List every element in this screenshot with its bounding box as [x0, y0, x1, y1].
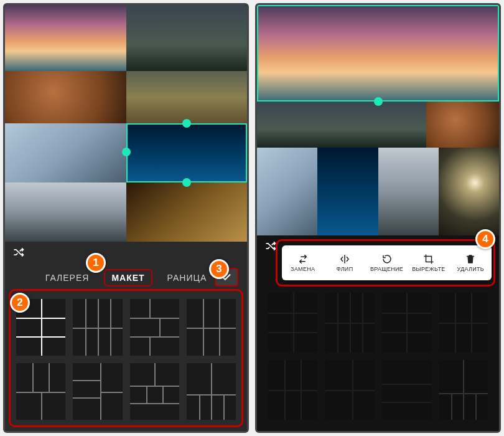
- collage-cell[interactable]: [257, 102, 426, 148]
- collage-cell[interactable]: [5, 71, 126, 123]
- layout-option[interactable]: [130, 363, 179, 420]
- collage-cell[interactable]: [5, 182, 126, 242]
- selection-handle[interactable]: [182, 119, 191, 128]
- collage-canvas[interactable]: [257, 5, 499, 235]
- layout-option[interactable]: [16, 363, 65, 420]
- shuffle-icon[interactable]: [264, 240, 277, 255]
- tab-layout[interactable]: МАКЕТ: [104, 269, 152, 287]
- context-toolbar: ЗАМЕНА ФЛИП ВРАЩЕНИЕ ВЫРЕЖЬТЕ УДАЛИТЬ: [282, 245, 492, 280]
- collage-cell[interactable]: [5, 123, 126, 182]
- ctx-label: ВРАЩЕНИЕ: [370, 266, 403, 272]
- layout-grid: [5, 290, 247, 431]
- collage-cell[interactable]: [126, 71, 248, 123]
- collage-cell[interactable]: [439, 148, 499, 235]
- collage-cell[interactable]: [126, 5, 248, 71]
- tab-border[interactable]: РАНИЦА: [165, 269, 210, 287]
- ctx-crop[interactable]: ВЫРЕЖЬТЕ: [408, 245, 449, 280]
- layout-option[interactable]: [130, 299, 179, 356]
- selection-handle[interactable]: [182, 178, 191, 187]
- screenshot-left: ГАЛЕРЕЯ МАКЕТ РАНИЦА: [3, 3, 249, 433]
- collage-cell[interactable]: [5, 5, 126, 71]
- collage-canvas[interactable]: [5, 5, 247, 242]
- annotation-badge-3: 3: [209, 259, 229, 279]
- layout-option[interactable]: [73, 363, 122, 420]
- collage-cell[interactable]: [378, 148, 439, 235]
- layout-option[interactable]: [187, 299, 236, 356]
- shuffle-icon[interactable]: [12, 246, 25, 262]
- tab-gallery[interactable]: ГАЛЕРЕЯ: [43, 269, 92, 287]
- collage-cell[interactable]: [257, 148, 317, 235]
- ctx-label: ВЫРЕЖЬТЕ: [412, 266, 445, 272]
- selection-handle[interactable]: [122, 148, 131, 156]
- ctx-rotate[interactable]: ВРАЩЕНИЕ: [366, 245, 408, 280]
- collage-cell-selected[interactable]: [126, 123, 248, 182]
- annotation-badge-2: 2: [10, 293, 30, 313]
- ctx-label: УДАЛИТЬ: [457, 266, 485, 272]
- layout-option[interactable]: [73, 299, 122, 356]
- ctx-label: ЗАМЕНА: [291, 266, 315, 272]
- collage-cell[interactable]: [126, 182, 248, 242]
- annotation-badge-4: 4: [475, 229, 495, 249]
- ctx-delete[interactable]: УДАЛИТЬ: [450, 245, 492, 280]
- annotation-badge-1: 1: [86, 253, 106, 273]
- collage-cell-selected[interactable]: [257, 5, 499, 102]
- ctx-flip[interactable]: ФЛИП: [324, 245, 365, 280]
- collage-cell[interactable]: [426, 102, 499, 148]
- selection-handle[interactable]: [374, 97, 383, 106]
- layout-option[interactable]: [187, 363, 236, 420]
- screenshot-right: ГАЛЕРЕЯ МАКЕТ ГРАНИЦА ЗАМЕНА ФЛИП: [255, 3, 501, 433]
- ctx-swap[interactable]: ЗАМЕНА: [282, 245, 324, 280]
- ctx-label: ФЛИП: [337, 266, 353, 272]
- collage-cell[interactable]: [317, 148, 378, 235]
